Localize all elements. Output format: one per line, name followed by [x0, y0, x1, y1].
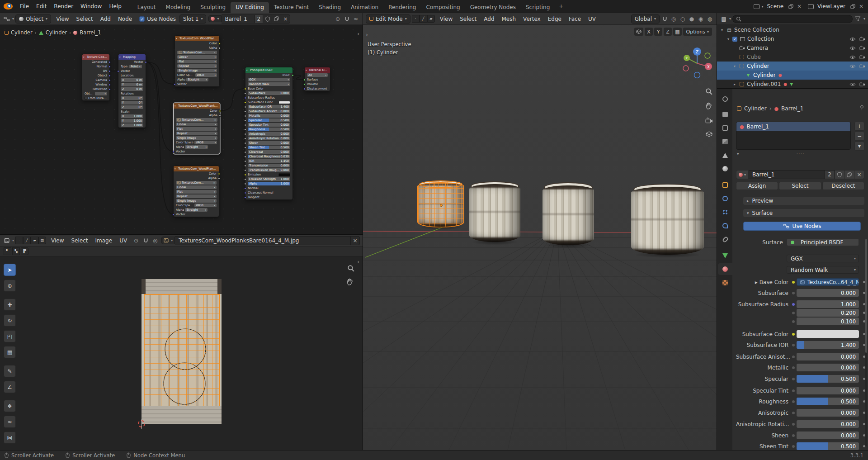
node-row[interactable]: Alpha: [174, 113, 220, 118]
uv-select-mode-button[interactable]: ▰: [31, 237, 38, 244]
socket[interactable]: [108, 66, 111, 68]
node-header[interactable]: Principled BSDF: [245, 67, 292, 73]
animate-dot[interactable]: [792, 400, 797, 403]
camera-visibility-icon[interactable]: [859, 64, 865, 68]
menu-item[interactable]: Help: [105, 2, 125, 11]
socket[interactable]: [218, 47, 221, 49]
node-row[interactable]: Metallic0.000: [245, 114, 292, 118]
node-img3[interactable]: TexturesCom_WoodPlanksBare0116_1.jpgColo…: [173, 166, 219, 217]
node-row[interactable]: Random Walk▾: [245, 82, 292, 86]
camera-visibility-icon[interactable]: [859, 55, 865, 59]
socket[interactable]: [303, 83, 306, 85]
workspace-tab[interactable]: Texture Paint: [269, 2, 314, 13]
socket[interactable]: [244, 106, 246, 108]
node-row[interactable]: Vector: [118, 69, 146, 73]
prop-slider[interactable]: 0.000: [797, 409, 859, 417]
editor-type-icon[interactable]: [3, 237, 11, 245]
uv-canvas[interactable]: ➤⊕✚↻◰▦✎∠❖≈⋈ ‹: [0, 256, 363, 450]
node-row[interactable]: TexturesCom…×: [175, 50, 219, 55]
node-row[interactable]: Repeat▾: [174, 131, 220, 136]
texture-image[interactable]: [142, 279, 222, 424]
shader-type-dropdown[interactable]: Object▾: [15, 14, 51, 24]
camera-visibility-icon[interactable]: [859, 37, 865, 41]
node-header[interactable]: TexturesCom_WoodPlanksBare0164_2_M.jpg: [175, 36, 219, 41]
browse-material-button[interactable]: ▾: [208, 15, 221, 22]
node-header[interactable]: Material Output: [305, 67, 330, 73]
sticky-selection-button[interactable]: ▛: [21, 247, 28, 255]
node-row[interactable]: GGX▾: [245, 77, 292, 82]
outliner-row[interactable]: ▸Cylinder.001●▼: [717, 80, 868, 89]
barrel-mesh-edit-mode[interactable]: [418, 183, 464, 227]
menu-item[interactable]: Edit: [33, 2, 50, 11]
node-slider[interactable]: IOR1.450: [248, 159, 290, 163]
properties-tab-object-data[interactable]: [718, 250, 732, 261]
node-row[interactable]: Alpha: [174, 176, 219, 180]
workspace-tab[interactable]: Geometry Nodes: [465, 2, 521, 13]
node-row[interactable]: Transmission0.000: [245, 163, 292, 168]
workspace-tab[interactable]: Compositing: [421, 2, 465, 13]
socket[interactable]: [244, 183, 246, 185]
node-row[interactable]: Vector: [174, 212, 219, 217]
mesh-select-mode-button[interactable]: ▰: [427, 15, 435, 23]
node-row[interactable]: Normal: [245, 186, 292, 190]
node-row[interactable]: Flat▾: [175, 59, 219, 64]
gizmo-y-neg[interactable]: [705, 53, 710, 58]
node-slider[interactable]: Sheen Tint0.500: [248, 146, 290, 149]
menu-item[interactable]: Add: [97, 14, 114, 24]
menu-item[interactable]: Edge: [544, 14, 565, 24]
menu-item[interactable]: Select: [73, 14, 97, 24]
menu-item[interactable]: Select: [456, 14, 480, 24]
node-row[interactable]: Displacement: [305, 86, 330, 91]
viewport-canvas[interactable]: User Perspective (1) Cylinder › XYZ ▦ Op…: [363, 25, 717, 450]
vector-field[interactable]: Y1.000: [121, 119, 143, 123]
socket[interactable]: [108, 70, 111, 72]
sidebar-toggle-icon[interactable]: ‹: [357, 258, 359, 265]
expand-icon[interactable]: ▸: [732, 82, 737, 86]
mode-dropdown[interactable]: Edit Mode▾: [366, 14, 410, 24]
node-row[interactable]: Y0 m: [118, 82, 146, 87]
transform-orientation-dropdown[interactable]: Global▾: [631, 14, 660, 24]
workspace-tab[interactable]: Rendering: [383, 2, 421, 13]
outliner-row[interactable]: ▾✓Collection: [717, 34, 868, 43]
prop-slider[interactable]: 0.500: [797, 442, 859, 450]
node-row[interactable]: AlphaStraight▾: [175, 77, 219, 82]
socket[interactable]: [108, 79, 111, 81]
socket[interactable]: [303, 88, 306, 90]
outliner-row[interactable]: ▼Cylinder●: [717, 71, 868, 80]
animate-dot[interactable]: [792, 434, 797, 437]
socket[interactable]: [244, 156, 246, 158]
editor-type-icon[interactable]: ▤: [720, 15, 728, 23]
unlink-image-icon[interactable]: ×: [351, 236, 360, 245]
properties-tab-texture[interactable]: [718, 277, 732, 289]
node-canvas[interactable]: Texture CoordinateGeneratedNormalUVObjec…: [0, 25, 363, 234]
node-row[interactable]: Generated: [82, 60, 109, 64]
node-row[interactable]: Sheen0.000: [245, 141, 292, 145]
outliner-search-input[interactable]: [732, 15, 853, 23]
sticky-selection-button[interactable]: ▘: [4, 247, 11, 255]
vector-field[interactable]: Y0 m: [121, 83, 143, 86]
uv-select-mode-button[interactable]: ╱: [23, 237, 31, 244]
node-row[interactable]: Anisotropic0.000: [245, 132, 292, 136]
zoom-icon[interactable]: [703, 85, 715, 97]
node-dropdown[interactable]: Straight▾: [185, 208, 208, 212]
node-row[interactable]: Linear▾: [174, 185, 219, 190]
socket[interactable]: [244, 128, 246, 131]
animate-dot[interactable]: [792, 366, 797, 369]
proportional-edit-icon[interactable]: ◎: [151, 237, 159, 245]
socket[interactable]: [244, 192, 246, 194]
breadcrumb-item[interactable]: Cylinder: [11, 29, 33, 36]
node-row[interactable]: Color SpacesRGB▾: [174, 203, 219, 208]
socket[interactable]: [174, 83, 176, 85]
chevron-down-icon[interactable]: ▾: [761, 5, 763, 9]
socket[interactable]: [218, 177, 220, 180]
socket[interactable]: [244, 115, 246, 117]
menu-item[interactable]: View: [52, 14, 72, 24]
animate-dot[interactable]: [792, 378, 797, 380]
browse-image-button[interactable]: ▾: [161, 237, 175, 244]
node-dropdown[interactable]: Single Image▾: [176, 199, 217, 203]
outliner-row[interactable]: Camera: [717, 43, 868, 52]
node-row[interactable]: Object:▾: [82, 91, 109, 96]
ortho-toggle-icon[interactable]: [703, 128, 715, 140]
node-texcoord[interactable]: Texture CoordinateGeneratedNormalUVObjec…: [82, 54, 110, 101]
node-row[interactable]: All▾: [305, 73, 330, 77]
